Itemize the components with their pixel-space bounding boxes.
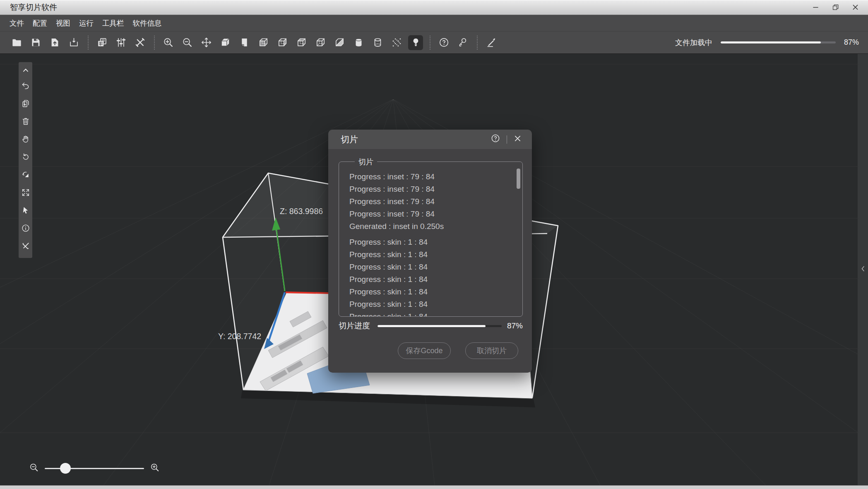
view-points-button[interactable] — [389, 35, 404, 50]
points-icon — [391, 37, 402, 48]
toolbar-separator — [477, 36, 478, 50]
bulb-icon — [410, 37, 421, 48]
minimize-icon — [812, 3, 820, 11]
view-plane-button[interactable] — [237, 35, 252, 50]
license-key-button[interactable] — [455, 35, 470, 50]
pan-button[interactable] — [19, 130, 32, 148]
tools-button[interactable] — [132, 35, 147, 50]
minimize-button[interactable] — [811, 3, 820, 12]
toolbar-separator — [154, 36, 155, 50]
view-top-button[interactable] — [294, 35, 309, 50]
log-line: Progress : skin : 1 : 84 — [349, 286, 512, 298]
view-cylinder-wire-button[interactable] — [370, 35, 385, 50]
rotate-button[interactable] — [19, 148, 32, 166]
open-file-button[interactable] — [9, 35, 24, 50]
duplicate-button[interactable] — [19, 94, 32, 112]
cube-top-icon — [296, 37, 307, 48]
menu-file[interactable]: 文件 — [10, 18, 24, 28]
parameter-sliders-button[interactable] — [113, 35, 128, 50]
slice-log-group-label: 切片 — [355, 157, 377, 167]
zoom-out-button[interactable] — [180, 35, 195, 50]
move-icon — [201, 37, 212, 48]
cancel-slice-button[interactable]: 取消切片 — [465, 342, 518, 359]
slice-progress-percent: 87% — [507, 321, 523, 330]
view-solid-button[interactable] — [218, 35, 233, 50]
log-line: Progress : skin : 1 : 84 — [349, 298, 512, 311]
slice-pen-button[interactable] — [483, 35, 498, 50]
file-loading-progressbar — [721, 41, 836, 43]
zoom-in-icon — [150, 463, 160, 472]
slice-dialog-header[interactable]: 切片 — [328, 130, 532, 149]
cube-solid-icon — [220, 37, 231, 48]
y-axis-label: Y: 208.7742 — [218, 332, 261, 341]
duplicate-icon — [21, 99, 30, 108]
close-button[interactable] — [851, 3, 860, 12]
close-icon — [851, 3, 859, 11]
cube-half-icon — [334, 37, 345, 48]
help-icon — [438, 37, 450, 48]
view-front-button[interactable] — [256, 35, 271, 50]
zoom-slider-thumb[interactable] — [60, 463, 71, 474]
log-line: Progress : inset : 79 : 84 — [349, 183, 512, 195]
dialog-close-icon[interactable] — [513, 134, 522, 145]
toolbar-separator — [430, 36, 430, 50]
file-loading-indicator: 文件加载中 87% — [675, 38, 859, 48]
slice-progress-row: 切片进度 87% — [339, 320, 523, 332]
x-axis — [286, 292, 329, 293]
menu-about[interactable]: 软件信息 — [133, 18, 162, 28]
app-window: 智享切片软件 文件配置视图运行工具栏软件信息 文件加载中 87% — [0, 0, 868, 489]
select-button[interactable] — [19, 201, 32, 219]
right-panel-strip — [858, 54, 868, 485]
move-button[interactable] — [199, 35, 214, 50]
panel-collapse-icon[interactable] — [859, 265, 867, 275]
mirror-icon — [21, 170, 30, 179]
zoom-in-icon[interactable] — [150, 463, 160, 474]
log-line: Progress : skin : 1 : 84 — [349, 236, 512, 248]
delete-button[interactable] — [19, 112, 32, 130]
zoom-in-icon — [163, 37, 174, 48]
save-gcode-button[interactable]: 保存Gcode — [398, 342, 451, 359]
close-icon — [513, 134, 522, 143]
viewport-3d[interactable]: Z: 863.9986 Y: 208.7742 切片 — [0, 54, 868, 485]
toolbar-separator — [88, 36, 89, 50]
chevron-left-icon — [859, 265, 867, 273]
zoom-in-button[interactable] — [161, 35, 176, 50]
view-wire-button[interactable] — [313, 35, 328, 50]
view-side-button[interactable] — [275, 35, 290, 50]
menu-toolbar[interactable]: 工具栏 — [102, 18, 124, 28]
view-cylinder-button[interactable] — [351, 35, 366, 50]
restore-button[interactable] — [831, 3, 840, 12]
hand-icon — [21, 135, 30, 144]
slice-dialog: 切片 切片 Progress : inset : 79 : 84Progress… — [328, 130, 532, 373]
dialog-help-icon[interactable] — [491, 133, 500, 145]
copy-icon — [96, 37, 108, 48]
mirror-button[interactable] — [19, 166, 32, 183]
menu-run[interactable]: 运行 — [79, 18, 94, 28]
load-file-button[interactable] — [66, 35, 81, 50]
log-line: Progress : skin : 1 : 84 — [349, 273, 512, 286]
zoom-out-icon[interactable] — [29, 463, 39, 474]
scroll-up-button[interactable] — [19, 64, 32, 77]
file-loading-percent: 87% — [844, 38, 859, 47]
save-icon — [30, 37, 41, 48]
zoom-slider[interactable] — [45, 468, 144, 469]
help-button[interactable] — [436, 35, 451, 50]
plane-icon — [239, 37, 250, 48]
log-line: Progress : skin : 1 : 84 — [349, 248, 512, 261]
copy-profile-button[interactable] — [94, 35, 109, 50]
undo-button[interactable] — [19, 77, 32, 94]
scale-button[interactable] — [19, 183, 32, 201]
import-file-button[interactable] — [47, 35, 62, 50]
slice-log[interactable]: Progress : inset : 79 : 84Progress : ins… — [339, 162, 522, 316]
cube-wire-icon — [315, 37, 326, 48]
model-info-button[interactable] — [19, 219, 32, 237]
light-button[interactable] — [408, 35, 423, 50]
save-file-button[interactable] — [28, 35, 43, 50]
view-half-button[interactable] — [332, 35, 347, 50]
menu-config[interactable]: 配置 — [33, 18, 47, 28]
pen-icon — [486, 37, 497, 48]
repair-button[interactable] — [19, 237, 32, 255]
log-scrollbar-thumb[interactable] — [517, 169, 520, 189]
menu-view[interactable]: 视图 — [56, 18, 70, 28]
bottom-window-edge — [0, 485, 868, 489]
